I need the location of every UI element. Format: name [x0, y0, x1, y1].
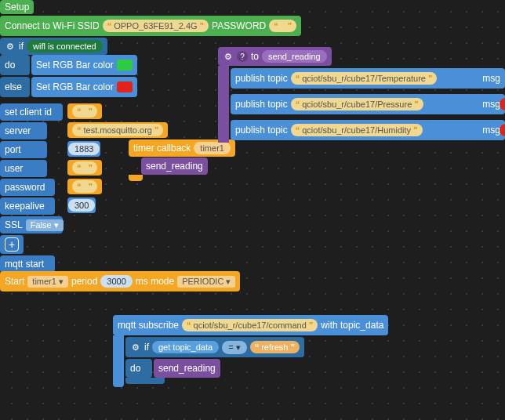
refresh-str[interactable]: “refresh” — [250, 341, 300, 353]
mqtt-add[interactable]: + — [0, 235, 24, 254]
setup-label: Setup — [5, 2, 29, 13]
ssl-dropdown[interactable]: False ▾ — [26, 219, 64, 231]
port-val[interactable]: 1883 — [67, 141, 100, 157]
mqtt-subscribe[interactable]: mqtt subscribe “qciot/sbu_r/cube17/comma… — [113, 315, 388, 335]
wifi-connected-cond[interactable]: wifl is connected — [27, 40, 103, 52]
fn-name[interactable]: send_reading — [262, 50, 327, 63]
topic-1[interactable]: “qciot/sbu_r/cube17/Pressure” — [291, 98, 423, 110]
set-rgb-true[interactable]: Set RGB Bar color — [31, 55, 137, 75]
if-header[interactable]: ⚙ if wifl is connected — [0, 38, 107, 55]
client-id-label: set client id — [0, 103, 63, 121]
wifi-ssid-field[interactable]: “OPPO_63FE91_2.4G” — [103, 20, 209, 32]
port-label: port — [0, 141, 47, 158]
sub-do: do — [125, 359, 152, 378]
msg-getter-1[interactable]: G — [500, 98, 505, 110]
fn-body-bar — [218, 66, 229, 143]
fn-header[interactable]: ⚙ ? to send_reading — [218, 47, 332, 66]
start-timer[interactable]: Start timer1 ▾ period 3000 ms mode PERIO… — [0, 271, 240, 291]
wifi-password-field[interactable]: “ ” — [269, 20, 296, 32]
sub-body-bar — [113, 335, 124, 387]
keepalive-label: keepalive — [0, 197, 55, 215]
mqtt-start[interactable]: mqtt start — [0, 255, 55, 273]
sub-if-foot — [125, 378, 165, 384]
sub-topic[interactable]: “qciot/sbu_r/cube17/command” — [182, 319, 318, 331]
setup-block[interactable]: Setup — [0, 0, 34, 14]
topic-2[interactable]: “qciot/sbu_r/cube17/Humidity” — [291, 124, 423, 136]
plus-icon: + — [5, 237, 19, 252]
gear-icon[interactable]: ⚙ — [130, 342, 141, 353]
get-topic-data[interactable]: get topic_data — [152, 341, 219, 353]
sub-call[interactable]: send_reading — [154, 359, 220, 378]
server-label: server — [0, 122, 47, 139]
eq-op[interactable]: = ▾ — [222, 341, 247, 354]
timer-period[interactable]: 3000 — [100, 275, 132, 288]
if-label: if — [19, 41, 24, 52]
gear-icon[interactable]: ⚙ — [223, 51, 234, 62]
keepalive-val[interactable]: 300 — [67, 197, 96, 213]
do-label: do — [0, 55, 30, 75]
ssl-label: SSL False ▾ — [0, 216, 63, 234]
color-swatch-red[interactable] — [117, 81, 133, 92]
timer-mode[interactable]: PERIODIC ▾ — [177, 276, 235, 288]
wifi-password-label: PASSWORD — [212, 20, 266, 31]
password-val[interactable]: “ ” — [67, 179, 102, 194]
timer-name[interactable]: timer1 ▾ — [27, 276, 68, 288]
publish-2[interactable]: publish topic “qciot/sbu_r/cube17/Humidi… — [231, 120, 505, 140]
server-val[interactable]: “test.mosquitto.org” — [67, 122, 168, 138]
topic-0[interactable]: “qciot/sbu_r/cube17/Temperature” — [291, 72, 438, 85]
user-val[interactable]: “ ” — [67, 160, 102, 176]
publish-0[interactable]: publish topic “qciot/sbu_r/cube17/Temper… — [231, 68, 505, 89]
timer-cb-name[interactable]: timer1 — [194, 142, 231, 154]
set-rgb-false[interactable]: Set RGB Bar color — [31, 77, 137, 97]
client-id-val[interactable]: “ ” — [67, 103, 102, 119]
color-swatch-green[interactable] — [117, 60, 133, 71]
timer-cb-foot — [129, 175, 143, 181]
timer-cb-fn[interactable]: send_reading — [141, 158, 208, 175]
password-label: password — [0, 179, 55, 196]
wifi-block[interactable]: Connect to Wi-Fi SSID “OPPO_63FE91_2.4G”… — [0, 16, 301, 36]
gear-icon[interactable]: ⚙ — [5, 41, 16, 52]
else-label: else — [0, 77, 30, 97]
user-label: user — [0, 160, 47, 177]
publish-1[interactable]: publish topic “qciot/sbu_r/cube17/Pressu… — [231, 94, 505, 114]
wifi-label: Connect to Wi-Fi SSID — [5, 20, 100, 31]
msg-getter-2[interactable]: G — [500, 124, 505, 136]
help-icon[interactable]: ? — [237, 51, 248, 62]
sub-if[interactable]: ⚙ if get topic_data = ▾ “refresh” — [125, 337, 304, 357]
